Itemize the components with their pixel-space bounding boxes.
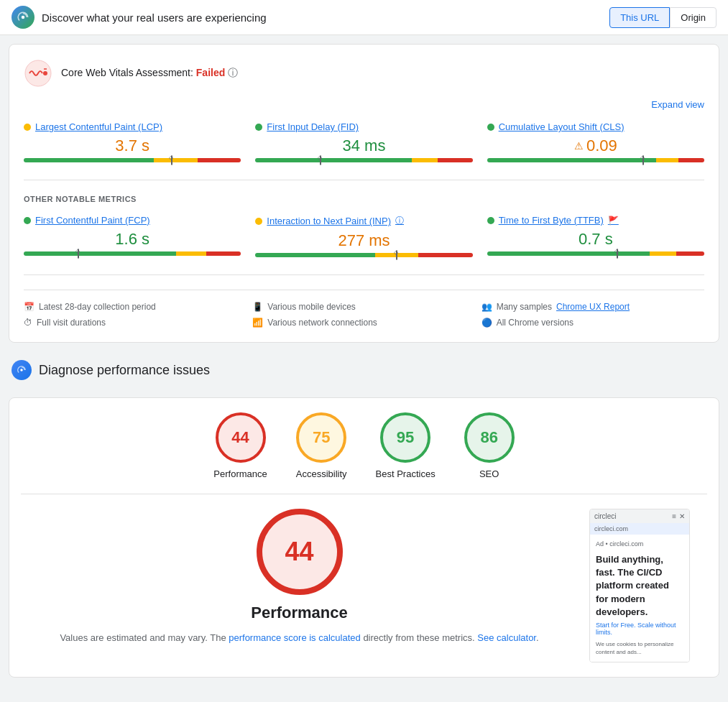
cwv-help-icon[interactable]: ⓘ <box>228 67 238 78</box>
screenshot-close-icon: ✕ <box>679 512 685 520</box>
perf-desc: Values are estimated and may vary. The p… <box>24 631 575 645</box>
ttfb-dot <box>487 217 494 224</box>
scores-card: 44 Performance 75 Accessibility 95 Best … <box>9 397 719 678</box>
cwv-title: Core Web Vitals Assessment: Failed ⓘ <box>61 67 238 80</box>
ttfb-value: 0.7 s <box>487 230 704 249</box>
inp-info-icon[interactable]: ⓘ <box>395 215 404 227</box>
inp-metric: Interaction to Next Paint (INP) ⓘ 277 ms <box>255 215 472 260</box>
fcp-dot <box>24 217 31 224</box>
diagnose-header: Diagnose performance issues <box>0 351 728 389</box>
info-chrome-versions: 🔵 All Chrome versions <box>482 318 704 328</box>
users-icon: 👥 <box>482 302 492 312</box>
screenshot-menu-icon: ≡ <box>672 512 676 520</box>
calendar-icon: 📅 <box>24 302 34 312</box>
perf-score-link[interactable]: performance score is calculated <box>229 632 361 643</box>
network-icon: 📶 <box>252 318 263 328</box>
ttfb-metric: Time to First Byte (TTFB) 🚩 0.7 s <box>487 215 704 260</box>
diagnose-title: Diagnose performance issues <box>39 363 210 378</box>
this-url-button[interactable]: This URL <box>609 7 670 28</box>
lcp-value: 3.7 s <box>24 137 241 155</box>
info-badges: 📅 Latest 28-day collection period 📱 Vari… <box>24 290 704 328</box>
info-samples: 👥 Many samples Chrome UX Report <box>482 302 704 312</box>
cls-value: ⚠ 0.09 <box>487 137 704 155</box>
inp-bar <box>255 253 472 257</box>
svg-point-0 <box>22 16 25 19</box>
lcp-dot <box>24 124 31 131</box>
chrome-ux-report-link[interactable]: Chrome UX Report <box>556 302 630 312</box>
screenshot-cta[interactable]: Start for Free. Scale without limits. <box>596 622 683 636</box>
score-accessibility: 75 Accessibility <box>296 412 347 479</box>
score-circle-best-practices: 95 <box>380 412 430 463</box>
inp-value: 277 ms <box>255 231 472 250</box>
screenshot-box: circleci ≡ ✕ circleci.com Ad • circleci.… <box>589 509 690 662</box>
screenshot-brand: circleci <box>594 512 617 520</box>
timer-icon: ⏱ <box>24 318 32 328</box>
score-circle-seo: 86 <box>464 412 515 463</box>
fcp-metric: First Contentful Paint (FCP) 1.6 s <box>24 215 241 260</box>
fid-label[interactable]: First Input Delay (FID) <box>255 121 472 132</box>
score-circle-performance: 44 <box>216 412 266 463</box>
header-left: Discover what your real users are experi… <box>11 6 267 29</box>
header: Discover what your real users are experi… <box>0 0 728 35</box>
perf-detail: 44 Performance Values are estimated and … <box>9 494 719 677</box>
info-visit-duration: ⏱ Full visit durations <box>24 318 246 328</box>
cwv-metrics-grid: Largest Contentful Paint (LCP) 3.7 s Fir… <box>24 121 704 180</box>
large-score-circle: 44 <box>257 509 343 595</box>
fid-dot <box>255 124 262 131</box>
cwv-icon <box>24 59 52 88</box>
perf-detail-left: 44 Performance Values are estimated and … <box>24 509 575 662</box>
app-icon <box>11 6 34 29</box>
score-label-best-practices: Best Practices <box>376 468 436 479</box>
ttfb-flag-icon: 🚩 <box>608 216 619 226</box>
scores-row: 44 Performance 75 Accessibility 95 Best … <box>9 398 719 494</box>
score-performance: 44 Performance <box>213 412 267 479</box>
screenshot-ad-label: Ad • circleci.com <box>596 540 683 548</box>
lcp-label[interactable]: Largest Contentful Paint (LCP) <box>24 121 241 132</box>
score-seo: 86 SEO <box>464 412 515 479</box>
cwv-status: Failed <box>196 67 225 78</box>
cwv-card: Core Web Vitals Assessment: Failed ⓘ Exp… <box>9 44 719 343</box>
score-best-practices: 95 Best Practices <box>376 412 436 479</box>
lcp-bar <box>24 158 241 162</box>
other-notable-section: OTHER NOTABLE METRICS First Contentful P… <box>24 195 704 275</box>
other-metrics-grid: First Contentful Paint (FCP) 1.6 s Inter… <box>24 215 704 275</box>
screenshot-content: Ad • circleci.com Build anything, fast. … <box>590 535 689 662</box>
other-notable-title: OTHER NOTABLE METRICS <box>24 195 704 203</box>
fcp-label[interactable]: First Contentful Paint (FCP) <box>24 215 241 226</box>
fid-bar <box>255 158 472 162</box>
cls-bar <box>487 158 704 162</box>
fid-metric: First Input Delay (FID) 34 ms <box>255 121 472 165</box>
fid-value: 34 ms <box>255 137 472 155</box>
header-title: Discover what your real users are experi… <box>42 11 267 24</box>
inp-label[interactable]: Interaction to Next Paint (INP) ⓘ <box>255 215 472 227</box>
cwv-header: Core Web Vitals Assessment: Failed ⓘ <box>24 59 704 88</box>
screenshot-url: circleci.com <box>590 523 689 535</box>
cls-label[interactable]: Cumulative Layout Shift (CLS) <box>487 121 704 132</box>
cls-dot <box>487 124 494 131</box>
ttfb-label[interactable]: Time to First Byte (TTFB) 🚩 <box>487 215 704 226</box>
see-calculator-link[interactable]: See calculator <box>477 632 536 643</box>
perf-detail-right: circleci ≡ ✕ circleci.com Ad • circleci.… <box>589 509 704 662</box>
expand-view[interactable]: Expand view <box>24 99 704 110</box>
info-network: 📶 Various network connections <box>252 318 475 328</box>
screenshot-header: circleci ≡ ✕ <box>590 509 689 523</box>
mobile-icon: 📱 <box>252 302 263 312</box>
screenshot-headline: Build anything, fast. The CI/CD platform… <box>596 553 683 619</box>
score-circle-accessibility: 75 <box>296 412 346 463</box>
inp-dot <box>255 218 262 225</box>
lcp-metric: Largest Contentful Paint (LCP) 3.7 s <box>24 121 241 165</box>
perf-name: Performance <box>24 604 575 622</box>
cls-warn-icon: ⚠ <box>574 140 584 152</box>
score-label-performance: Performance <box>213 468 267 479</box>
ttfb-bar <box>487 251 704 256</box>
diagnose-icon <box>11 360 32 380</box>
chrome-icon: 🔵 <box>482 318 492 328</box>
origin-button[interactable]: Origin <box>670 7 717 28</box>
screenshot-extra: We use cookies to personalize content an… <box>596 640 683 656</box>
score-label-accessibility: Accessibility <box>296 468 347 479</box>
info-mobile: 📱 Various mobile devices <box>252 302 475 312</box>
svg-point-2 <box>43 71 47 75</box>
svg-point-4 <box>20 369 23 371</box>
fcp-bar <box>24 251 241 256</box>
header-buttons: This URL Origin <box>609 7 717 28</box>
